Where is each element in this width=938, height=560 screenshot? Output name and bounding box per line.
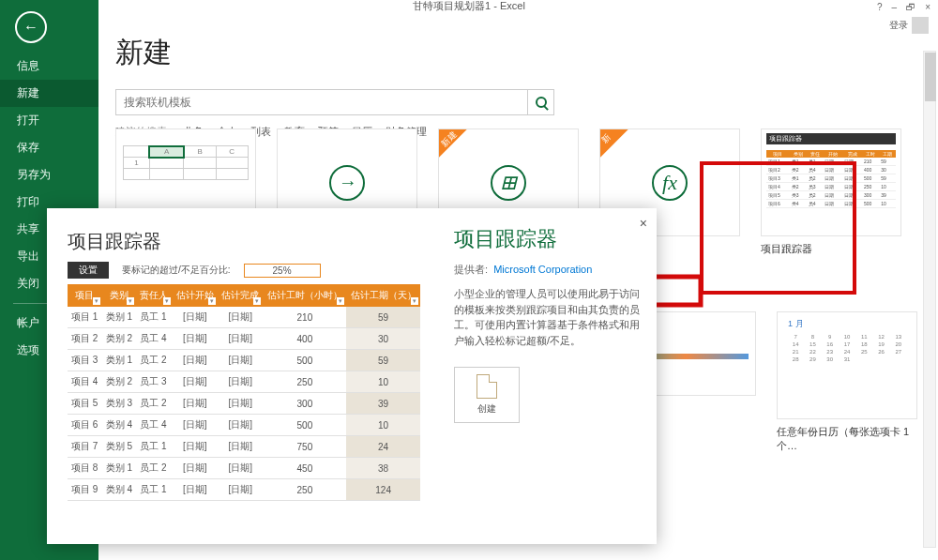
- window-title: 甘特项目规划器1 - Excel: [0, 0, 938, 11]
- table-row: 项目 5类别 3员工 2[日期][日期]30039: [68, 393, 420, 415]
- popup-title: 项目跟踪器: [454, 225, 643, 253]
- arrow-tour-icon: →: [329, 165, 365, 201]
- nav-open[interactable]: 打开: [0, 107, 98, 134]
- create-button[interactable]: 创建: [454, 367, 520, 423]
- nav-save[interactable]: 保存: [0, 134, 98, 161]
- new-ribbon-icon: 新: [600, 129, 640, 169]
- template-name: 任意年份日历（每张选项卡 1 个…: [777, 425, 917, 453]
- table-row: 项目 7类别 5员工 1[日期][日期]75024: [68, 436, 420, 458]
- table-row: 项目 8类别 1员工 2[日期][日期]45038: [68, 458, 420, 479]
- preview-pct-value: 25%: [244, 264, 321, 278]
- search-button[interactable]: [528, 89, 554, 115]
- table-row: 项目 9类别 4员工 1[日期][日期]250124: [68, 479, 420, 501]
- document-icon: [477, 374, 497, 399]
- new-ribbon-icon: 新建: [439, 129, 478, 169]
- fx-icon: fx: [652, 165, 688, 201]
- nav-new[interactable]: 新建: [0, 80, 98, 107]
- preview-settings-btn: 设置: [68, 262, 109, 279]
- preview-table: 项目▾类别▾责任人▾估计开始▾估计完成▾估计工时（小时）▾估计工期（天）▾ 项目…: [68, 284, 420, 501]
- template-preview-popup: 项目跟踪器 设置 要标记的超过/不足百分比: 25% 项目▾类别▾责任人▾估计开…: [47, 208, 657, 544]
- preview-pane: 项目跟踪器 设置 要标记的超过/不足百分比: 25% 项目▾类别▾责任人▾估计开…: [47, 208, 441, 544]
- nav-info[interactable]: 信息: [0, 53, 98, 80]
- provider-link[interactable]: Microsoft Corporation: [493, 264, 592, 275]
- popup-info-pane: × 项目跟踪器 提供者: Microsoft Corporation 小型企业的…: [441, 208, 657, 544]
- table-row: 项目 4类别 2员工 3[日期][日期]25010: [68, 371, 420, 393]
- popup-close-button[interactable]: ×: [640, 216, 647, 231]
- nav-saveas[interactable]: 另存为: [0, 161, 98, 189]
- search-icon: [536, 97, 547, 108]
- table-row: 项目 3类别 1员工 2[日期][日期]50059: [68, 350, 420, 371]
- preview-pct-label: 要标记的超过/不足百分比:: [122, 264, 231, 277]
- table-row: 项目 2类别 2员工 4[日期][日期]40030: [68, 328, 420, 350]
- preview-title: 项目跟踪器: [68, 229, 420, 254]
- pivot-icon: ⊞: [491, 165, 526, 201]
- calendar-thumb-icon: 1 月 789101112131415161718192021222324252…: [782, 312, 912, 368]
- create-label: 创建: [477, 402, 496, 416]
- page-title: 新建: [115, 34, 921, 72]
- popup-provider: 提供者: Microsoft Corporation: [454, 263, 643, 277]
- table-row: 项目 1类别 1员工 1[日期][日期]21059: [68, 307, 420, 328]
- back-button[interactable]: ←: [15, 11, 47, 43]
- vertical-scrollbar[interactable]: [923, 51, 936, 548]
- template-calendar[interactable]: 1 月 789101112131415161718192021222324252…: [777, 311, 917, 453]
- annotation-box-template: [700, 161, 856, 295]
- popup-description: 小型企业的管理人员可以使用此易于访问的模板来按类别跟踪项目和由其负责的员工。可使…: [454, 286, 643, 348]
- template-search-input[interactable]: [115, 89, 528, 115]
- table-row: 项目 6类别 4员工 4[日期][日期]50010: [68, 415, 420, 436]
